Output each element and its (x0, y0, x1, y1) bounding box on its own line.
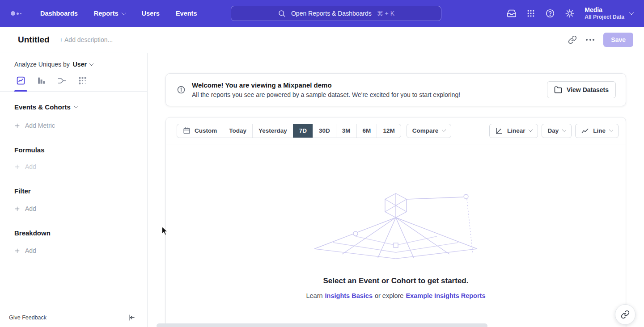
add-description-field[interactable]: + Add description... (59, 36, 113, 43)
chevron-down-icon (562, 128, 567, 132)
date-range-today[interactable]: Today (223, 124, 252, 138)
more-options-button[interactable] (586, 39, 594, 41)
view-datasets-label: View Datasets (567, 86, 609, 93)
insights-basics-link[interactable]: Insights Basics (325, 292, 373, 299)
date-range-label: 3M (342, 127, 351, 134)
horizontal-scrollbar[interactable] (157, 323, 487, 327)
chevron-down-icon (89, 61, 93, 66)
chevron-down-icon (529, 128, 533, 132)
add-metric-button[interactable]: Add Metric (14, 122, 147, 129)
add-formula-button[interactable]: Add (14, 163, 147, 170)
granularity-dropdown[interactable]: Day (542, 124, 572, 138)
date-range-segmented-control: Custom Today Yesterday 7D 30D 3M 6M 12M (177, 124, 401, 138)
scale-label: Linear (507, 127, 525, 134)
view-datasets-button[interactable]: View Datasets (547, 81, 616, 98)
tab-insights[interactable] (16, 76, 25, 91)
date-range-label: 30D (319, 127, 330, 134)
line-chart-icon (581, 127, 589, 135)
banner-body: All the reports you see are powered by a… (192, 91, 460, 98)
chevron-down-icon (74, 104, 78, 108)
report-titlebar: Untitled + Add description... Save (0, 27, 644, 53)
banner-text: Welcome! You are viewing a Mixpanel demo… (192, 81, 460, 98)
nav-item-label: Users (142, 10, 160, 17)
give-feedback-link[interactable]: Give Feedback (9, 314, 47, 321)
save-button[interactable]: Save (603, 33, 633, 47)
add-breakdown-button[interactable]: Add (14, 247, 147, 254)
query-builder-sidebar: Analyze Uniques by User Events & Cohorts… (0, 53, 148, 327)
granularity-label: Day (547, 127, 559, 134)
date-range-30d[interactable]: 30D (313, 124, 336, 138)
nav-item-label: Events (176, 10, 197, 17)
sidebar-sections: Events & Cohorts Add Metric Formulas Add… (0, 103, 147, 254)
nav-item-events[interactable]: Events (176, 10, 197, 17)
chevron-down-icon (121, 10, 126, 15)
inbox-icon[interactable] (507, 8, 517, 18)
nav-item-label: Dashboards (40, 10, 78, 17)
plus-icon (14, 248, 20, 254)
project-selector[interactable]: Media All Project Data (585, 6, 633, 21)
section-title: Formulas (14, 146, 45, 154)
project-text: Media All Project Data (585, 6, 624, 21)
learn-prefix: Learn (306, 292, 322, 299)
compare-label: Compare (412, 127, 439, 134)
nav-item-dashboards[interactable]: Dashboards (40, 10, 78, 17)
date-range-label: Today (229, 127, 246, 134)
demo-welcome-banner: Welcome! You are viewing a Mixpanel demo… (165, 73, 626, 106)
title-actions: Save (568, 33, 633, 47)
insights-chart-icon (16, 76, 25, 85)
formulas-header: Formulas (14, 146, 147, 154)
add-filter-label: Add (25, 205, 36, 212)
date-range-label: 7D (299, 127, 307, 134)
wireframe-illustration (311, 192, 481, 259)
date-range-label: 6M (363, 127, 371, 134)
toolbar-right: Linear Day Line (489, 124, 619, 138)
date-range-12m[interactable]: 12M (377, 124, 400, 138)
breakdown-header: Breakdown (14, 229, 147, 237)
date-range-custom[interactable]: Custom (177, 124, 223, 138)
plus-icon (14, 206, 20, 212)
date-range-6m[interactable]: 6M (356, 124, 377, 138)
compare-dropdown[interactable]: Compare (407, 124, 452, 138)
link-icon (621, 310, 630, 319)
date-range-yesterday[interactable]: Yesterday (252, 124, 293, 138)
chart-type-dropdown[interactable]: Line (575, 124, 619, 138)
page-title[interactable]: Untitled (18, 35, 50, 45)
tab-flows[interactable] (57, 76, 67, 91)
nav-item-reports[interactable]: Reports (94, 10, 126, 17)
linear-scale-icon (495, 127, 503, 135)
example-insights-reports-link[interactable]: Example Insights Reports (406, 292, 485, 299)
nav-item-users[interactable]: Users (142, 10, 160, 17)
empty-state: Select an Event or Cohort to get started… (166, 144, 626, 299)
chevron-down-icon (609, 128, 614, 132)
copy-link-button[interactable] (568, 35, 577, 44)
collapse-sidebar-button[interactable] (127, 314, 136, 322)
tab-retention[interactable] (78, 76, 87, 91)
apps-grid-icon[interactable] (526, 9, 535, 18)
primary-nav: Dashboards Reports Users Events (40, 10, 197, 17)
project-name: Media (585, 6, 624, 14)
analyze-by-dropdown[interactable]: User (73, 61, 93, 68)
date-range-label: Custom (195, 127, 217, 134)
gear-icon[interactable] (565, 8, 575, 18)
section-title: Events & Cohorts (14, 103, 71, 111)
nav-item-label: Reports (94, 10, 119, 17)
info-icon (177, 85, 186, 94)
retention-dots-icon (78, 76, 87, 85)
chevron-down-icon (442, 128, 446, 132)
top-navbar: Dashboards Reports Users Events Open Rep… (0, 0, 644, 27)
events-cohorts-header[interactable]: Events & Cohorts (14, 103, 147, 111)
analyze-uniques-row: Analyze Uniques by User (0, 53, 147, 68)
link-icon (568, 35, 577, 44)
scale-dropdown[interactable]: Linear (489, 124, 538, 138)
date-range-label: Yesterday (258, 127, 287, 134)
chevron-down-icon (629, 10, 634, 15)
tab-funnels[interactable] (37, 76, 46, 91)
mixpanel-logo-icon[interactable] (11, 11, 21, 16)
date-range-3m[interactable]: 3M (336, 124, 356, 138)
add-filter-button[interactable]: Add (14, 205, 147, 212)
date-range-7d[interactable]: 7D (293, 124, 313, 138)
global-search-input[interactable]: Open Reports & Dashboards ⌘ + K (231, 6, 441, 21)
flows-icon (57, 76, 67, 85)
help-icon[interactable] (545, 8, 555, 18)
share-link-fab[interactable] (615, 304, 636, 325)
